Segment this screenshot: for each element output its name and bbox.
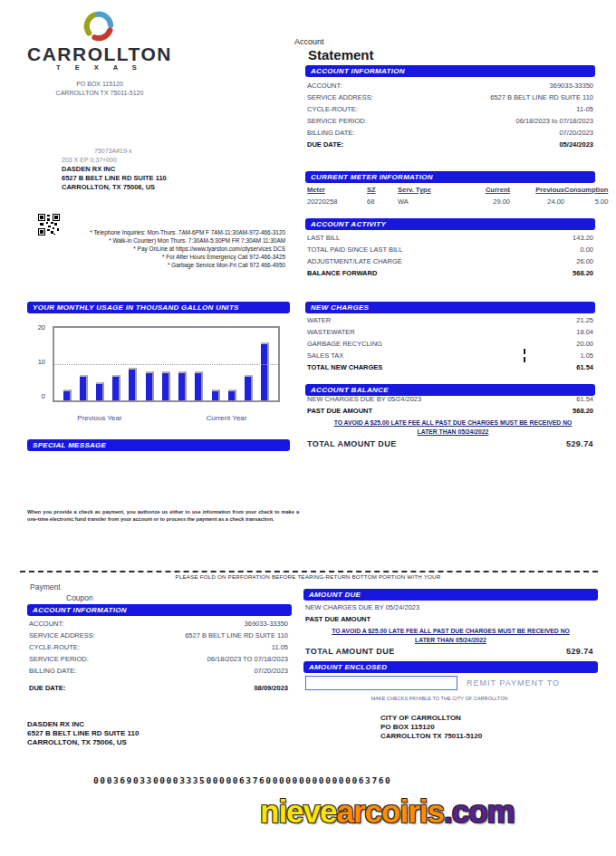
usage-chart-title: YOUR MONTHLY USAGE IN THOUSAND GALLON UN… bbox=[27, 302, 290, 313]
charge-row: TOTAL NEW CHARGES61.54 bbox=[307, 361, 593, 373]
account-balance-rows: NEW CHARGES DUE BY 05/24/202361.54PAST D… bbox=[307, 393, 593, 417]
coupon-info-row-label: BILLING DATE: bbox=[29, 665, 76, 677]
account-info-row-value: 05/24/2023 bbox=[559, 139, 593, 150]
watermark-part-2: arcoiris bbox=[337, 793, 444, 829]
amount-due-rows: NEW CHARGES DUE BY 05/24/2023PAST DUE AM… bbox=[305, 601, 593, 625]
amount-due-header: AMOUNT DUE bbox=[303, 589, 598, 601]
charge-row-value: 21.25 bbox=[576, 314, 593, 326]
city-wordmark-state: T E X A S bbox=[23, 63, 177, 72]
activity-row-value: 568.20 bbox=[573, 267, 593, 279]
usage-bar bbox=[112, 375, 120, 400]
gridline-10 bbox=[54, 364, 278, 365]
current-year-label: Current Year bbox=[186, 414, 267, 422]
coupon-title-coupon: Coupon bbox=[66, 593, 93, 602]
notice-pay-online: * Pay OnLine at https://www.tyarston.com… bbox=[27, 245, 285, 253]
amount-enclosed-input[interactable] bbox=[305, 676, 457, 690]
usage-bar bbox=[245, 375, 253, 400]
coupon-customer-city: CARROLLTON, TX 75006, US bbox=[27, 738, 139, 747]
usage-bar bbox=[63, 390, 72, 400]
perforation-instruction: PLEASE FOLD ON PERFORATION BEFORE TEARIN… bbox=[54, 573, 562, 580]
account-activity-header: ACCOUNT ACTIVITY bbox=[305, 218, 595, 230]
special-message-title: SPECIAL MESSAGE bbox=[27, 439, 290, 451]
activity-row: TOTAL PAID SINCE LAST BILL0.00 bbox=[307, 244, 593, 255]
coupon-title-payment: Payment bbox=[30, 582, 61, 592]
late-fee-warning: TO AVOID A $25.00 LATE FEE ALL PAST DUE … bbox=[326, 418, 580, 437]
meter-size: 68 bbox=[367, 196, 398, 207]
customer-city: CARROLLTON, TX 75006, US bbox=[62, 183, 252, 192]
remit-zip: CARROLLTON TX 75011-5120 bbox=[380, 732, 482, 741]
statement-title-statement: Statement bbox=[308, 47, 374, 63]
meter-number: 20220258 bbox=[307, 196, 367, 207]
charge-row: SALES TAX1.05 bbox=[307, 350, 593, 361]
meter-col-meter: Meter bbox=[307, 184, 367, 196]
account-info-row-label: ACCOUNT: bbox=[307, 80, 342, 91]
activity-row-value: 143.20 bbox=[573, 232, 593, 244]
charge-row-label: TOTAL NEW CHARGES bbox=[307, 361, 382, 373]
coupon-total-amount-due-value: 529.74 bbox=[566, 647, 593, 656]
account-activity-rows: LAST BILL143.20TOTAL PAID SINCE LAST BIL… bbox=[307, 232, 593, 279]
coupon-account-information-header: ACCOUNT INFORMATION bbox=[27, 604, 292, 616]
activity-row: LAST BILL143.20 bbox=[307, 232, 593, 244]
balance-row: NEW CHARGES DUE BY 05/24/202361.54 bbox=[307, 393, 593, 405]
ocr-scan-line: 0003690330000333500000637600000000000000… bbox=[93, 775, 391, 785]
scan-artifact-mark bbox=[524, 357, 525, 362]
activity-row-label: ADJUSTMENT/LATE CHARGE bbox=[307, 255, 402, 267]
scan-artifact-mark bbox=[524, 349, 525, 354]
coupon-info-row-label: CYCLE-ROUTE: bbox=[29, 641, 80, 653]
meter-col-previous: Previous bbox=[510, 184, 564, 196]
amount-due-row: PAST DUE AMOUNT bbox=[305, 613, 593, 625]
check-authorization-text: When you provide a check as payment, you… bbox=[27, 509, 299, 523]
activity-row-label: BALANCE FORWARD bbox=[307, 267, 377, 279]
activity-row-value: 0.00 bbox=[580, 244, 593, 255]
previous-year-label: Previous Year bbox=[59, 414, 140, 422]
coupon-info-row: SERVICE PERIOD:06/18/2023 TO 07/18/2023 bbox=[29, 653, 288, 665]
amount-due-row: NEW CHARGES DUE BY 05/24/2023 bbox=[305, 601, 593, 613]
coupon-due-date-label: DUE DATE: bbox=[29, 682, 65, 694]
account-info-row: SERVICE PERIOD:06/18/2023 to 07/18/2023 bbox=[307, 115, 593, 127]
meter-col-current: Current bbox=[463, 184, 510, 196]
coupon-info-row-value: 6527 B BELT LINE RD SUITE 110 bbox=[185, 630, 288, 641]
coupon-due-date-value: 08/09/2023 bbox=[254, 682, 288, 694]
remit-city: CITY OF CARROLLTON bbox=[380, 714, 482, 723]
usage-bar bbox=[129, 368, 137, 400]
meter-table: Meter SZ Serv. Type Current Previous Con… bbox=[307, 184, 593, 207]
account-info-row-value: 11-05 bbox=[576, 103, 593, 115]
charge-row: WATER21.25 bbox=[307, 314, 593, 326]
charge-row: WASTEWATER18.04 bbox=[307, 326, 593, 338]
coupon-total-amount-due-row: TOTAL AMOUNT DUE 529.74 bbox=[305, 647, 593, 656]
charge-row: GARBAGE RECYCLING20.00 bbox=[307, 338, 593, 350]
notice-walkin: * Walk-in Counter) Mon Thurs. 7:30AM-5:3… bbox=[27, 236, 285, 245]
charge-row-label: GARBAGE RECYCLING bbox=[307, 338, 382, 350]
account-info-row-value: 369033-33350 bbox=[550, 80, 593, 91]
meter-col-consumption: Consumption bbox=[564, 184, 608, 196]
bill-page: CARROLLTON T E X A S PO BOX 115120 CARRO… bbox=[0, 0, 616, 856]
meter-consumption: 5.00 bbox=[564, 196, 608, 207]
watermark-text: nievearcoiris.com bbox=[260, 793, 515, 830]
coupon-customer-street: 6527 B BELT LINE RD SUITE 110 bbox=[27, 729, 139, 738]
account-info-row: SERVICE ADDRESS:6527 B BELT LINE RD SUIT… bbox=[307, 91, 593, 103]
ytick-0: 0 bbox=[33, 392, 45, 400]
charge-row-value: 18.04 bbox=[576, 326, 593, 338]
meter-col-sz: SZ bbox=[367, 184, 398, 196]
coupon-info-row-value: 07/20/2023 bbox=[254, 665, 288, 677]
perforation-line bbox=[20, 571, 598, 572]
coupon-total-amount-due-label: TOTAL AMOUNT DUE bbox=[305, 647, 395, 656]
coupon-info-row-label: SERVICE ADDRESS: bbox=[29, 630, 95, 641]
make-checks-payable-text: MAKE CHECKS PAYABLE TO THE CITY OF CARRO… bbox=[313, 696, 566, 701]
coupon-info-row-value: 369033-33350 bbox=[245, 618, 288, 630]
usage-chart-plot bbox=[53, 326, 280, 402]
charge-row-value: 61.54 bbox=[576, 361, 593, 373]
account-info-row-value: 6527 B BELT LINE RD SUITE 110 bbox=[490, 91, 593, 103]
coupon-info-row: ACCOUNT:369033-33350 bbox=[29, 618, 288, 630]
charge-row-label: WATER bbox=[307, 314, 331, 326]
account-info-row: BILLING DATE:07/20/2023 bbox=[307, 127, 593, 139]
charge-row-value: 20.00 bbox=[576, 338, 593, 350]
total-amount-due-label: TOTAL AMOUNT DUE bbox=[307, 439, 397, 448]
usage-bar bbox=[80, 375, 88, 400]
meter-col-serv-type: Serv. Type bbox=[398, 184, 463, 196]
coupon-due-date-row: DUE DATE: 08/09/2023 bbox=[29, 682, 288, 694]
contact-notices: * Telephone Inquiries: Mon-Thurs. 7AM-6P… bbox=[27, 228, 285, 269]
usage-bar bbox=[96, 382, 104, 400]
total-amount-due-value: 529.74 bbox=[566, 439, 593, 448]
meter-previous-read: 24.00 bbox=[510, 196, 564, 207]
